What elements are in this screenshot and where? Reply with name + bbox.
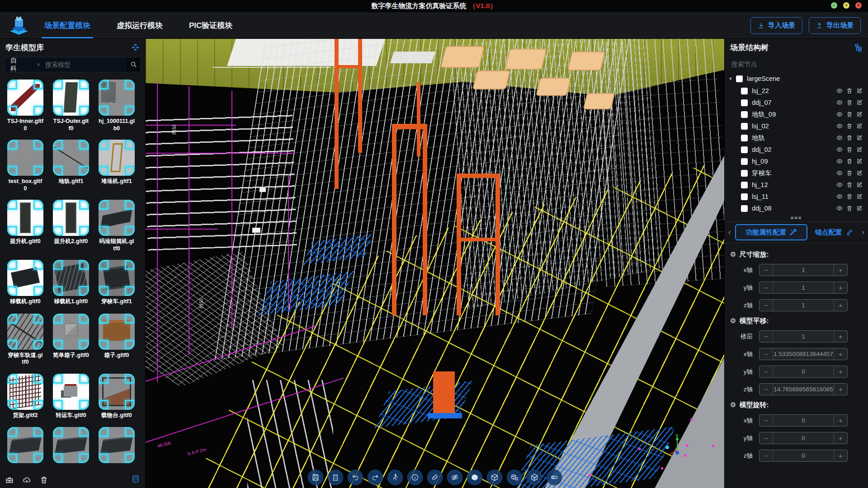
model-card[interactable]: 堆垛机.gltf1 — [99, 140, 135, 194]
panel-resize-handle[interactable]: === — [725, 214, 868, 221]
plus-button[interactable]: + — [834, 282, 847, 293]
tab-function-properties[interactable]: 功能属性配置 — [735, 224, 807, 240]
model-card[interactable]: 货架.gltf2 — [7, 374, 43, 422]
model-card[interactable]: 转运车.gltf0 — [53, 374, 89, 422]
model-card[interactable]: 地轨.gltf1 — [53, 140, 89, 194]
edit-icon[interactable] — [856, 205, 863, 211]
eye-icon[interactable] — [836, 193, 843, 200]
hide-button[interactable] — [447, 469, 463, 485]
edit-icon[interactable] — [856, 135, 863, 141]
model-card[interactable] — [53, 427, 89, 475]
trash-icon[interactable] — [846, 170, 853, 176]
edit-icon[interactable] — [856, 193, 863, 200]
node-checkbox[interactable] — [741, 146, 748, 153]
edit-icon[interactable] — [856, 111, 863, 117]
tab-virtual-run[interactable]: 虚拟运行模块 — [117, 12, 163, 38]
trash-icon[interactable] — [846, 158, 853, 164]
node-checkbox[interactable] — [741, 158, 748, 165]
node-checkbox[interactable] — [741, 123, 748, 130]
edit-icon[interactable] — [856, 123, 863, 129]
toolbox-icon[interactable] — [5, 476, 14, 484]
plus-button[interactable]: + — [834, 384, 847, 395]
tree-node-row[interactable]: lsj_02 — [729, 120, 868, 132]
cubes-icon[interactable] — [131, 43, 140, 52]
model-card[interactable]: 提升机2.gltf0 — [53, 200, 89, 254]
tree-node-row[interactable]: hj_09 — [729, 155, 868, 167]
tree-node-row[interactable]: 地轨_09 — [729, 108, 868, 120]
viewport-3d-canvas[interactable]: 8150 8150 48.500 S.A.P 2m Y — [146, 39, 724, 488]
trash-icon[interactable] — [846, 193, 853, 200]
tree-node-row[interactable]: 穿梭车 — [729, 167, 868, 179]
node-checkbox[interactable] — [741, 135, 748, 141]
root-checkbox[interactable] — [736, 75, 743, 82]
plus-button[interactable]: + — [834, 366, 847, 377]
translate-x-input[interactable] — [773, 348, 834, 360]
link-button[interactable] — [427, 469, 443, 485]
trash-icon[interactable] — [846, 135, 853, 141]
eye-icon[interactable] — [836, 170, 843, 176]
model-card[interactable]: hj_1000111.glb0 — [99, 80, 135, 134]
edit-icon[interactable] — [856, 170, 863, 176]
trash-icon[interactable] — [846, 205, 853, 211]
trash-icon[interactable] — [846, 111, 853, 117]
minus-button[interactable]: − — [760, 384, 773, 395]
model-card[interactable]: 穿梭车.gltf1 — [99, 260, 135, 308]
eye-icon[interactable] — [836, 111, 843, 117]
model-card[interactable]: TSJ-Inner.gltf0 — [7, 80, 43, 134]
scale-y-input[interactable] — [773, 282, 834, 293]
vendor-select[interactable]: 北自科技 ˅ — [5, 57, 45, 72]
trash-icon[interactable] — [846, 123, 853, 129]
model-card[interactable]: 码垛辊筒机.gltf0 — [99, 200, 135, 254]
edit-icon[interactable] — [856, 158, 863, 164]
edit-icon[interactable] — [856, 182, 863, 188]
eye-icon[interactable] — [836, 205, 843, 211]
cube-copy-button[interactable] — [507, 469, 523, 485]
rotate-y-input[interactable] — [773, 432, 834, 444]
close-button[interactable]: × — [855, 2, 862, 9]
eye-icon[interactable] — [836, 182, 843, 188]
eye-icon[interactable] — [836, 158, 843, 164]
rotate-z-input[interactable] — [773, 450, 834, 461]
trash-icon[interactable] — [846, 146, 853, 153]
plus-button[interactable]: + — [834, 450, 847, 461]
plus-button[interactable]: + — [834, 432, 847, 444]
model-card[interactable]: 简单箱子.gltf0 — [53, 314, 89, 368]
eye-icon[interactable] — [836, 146, 843, 153]
model-card[interactable]: 移载机1.gltf0 — [53, 260, 89, 308]
undo-button[interactable] — [348, 469, 363, 485]
minus-button[interactable]: − — [760, 432, 773, 444]
model-card[interactable]: TSJ-Outer.gltf0 — [53, 80, 89, 134]
minus-button[interactable]: − — [760, 282, 773, 293]
minus-button[interactable]: − — [760, 348, 773, 360]
eye-icon[interactable] — [836, 135, 843, 141]
minus-button[interactable]: − — [760, 264, 773, 276]
plus-button[interactable]: + — [834, 348, 847, 360]
building-view-button[interactable] — [328, 469, 344, 485]
floor-input[interactable] — [773, 331, 834, 342]
import-scene-button[interactable]: 导入场景 — [750, 17, 802, 34]
eye-icon[interactable] — [836, 99, 843, 106]
minus-button[interactable]: − — [760, 366, 773, 377]
model-card[interactable]: 移载机.gltf0 — [7, 260, 43, 308]
tree-node-row[interactable]: ddj_07 — [729, 97, 868, 108]
export-scene-button[interactable]: 导出场景 — [809, 17, 861, 34]
eye-icon[interactable] — [836, 88, 843, 94]
node-checkbox[interactable] — [741, 205, 748, 212]
edit-icon[interactable] — [856, 88, 863, 94]
node-checkbox[interactable] — [741, 170, 748, 177]
model-card[interactable]: test_box.gltf0 — [7, 140, 43, 194]
cloud-upload-icon[interactable] — [23, 476, 31, 484]
scale-z-input[interactable] — [773, 300, 834, 311]
cube-solid-button[interactable] — [467, 469, 483, 485]
model-search-button[interactable] — [127, 57, 140, 72]
minus-button[interactable]: − — [760, 415, 773, 426]
tab-scene-config[interactable]: 场景配置模块 — [44, 12, 90, 38]
tree-node-row[interactable]: ddj_02 — [729, 144, 868, 155]
eye-icon[interactable] — [836, 123, 843, 129]
chevron-right-icon[interactable]: › — [860, 228, 866, 236]
edit-icon[interactable] — [856, 146, 863, 153]
node-checkbox[interactable] — [741, 88, 748, 94]
tree-structure-icon[interactable] — [854, 43, 863, 52]
tab-anchor-config[interactable]: 锚点配置 — [810, 228, 857, 237]
edit-icon[interactable] — [856, 99, 863, 106]
